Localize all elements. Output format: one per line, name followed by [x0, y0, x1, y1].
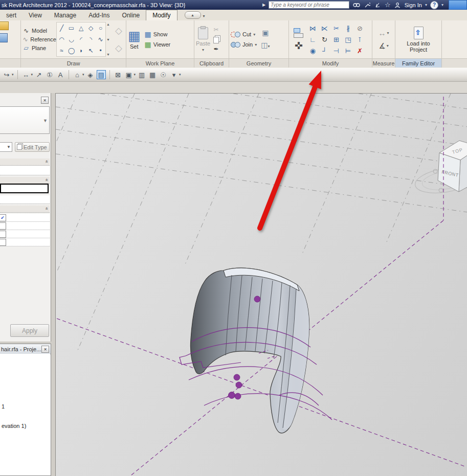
pick-lines-icon[interactable]: ↖ [86, 45, 96, 56]
mirror-draw-axis-icon[interactable]: ⋉ [319, 22, 330, 34]
tab-manage[interactable]: Manage [48, 10, 82, 20]
draw-plane-button[interactable]: ▱ Plane [23, 44, 56, 52]
parameter-value-row[interactable] [0, 166, 50, 175]
copy-icon[interactable]: ◉ [307, 45, 319, 56]
project-browser-titlebar[interactable]: hair.rfa - Proje... ✕ [0, 344, 51, 354]
palette-viewport-divider[interactable] [51, 93, 55, 476]
collapse-chevron-icon[interactable]: » [43, 207, 49, 210]
viewport-3d[interactable]: TOP FRONT [55, 93, 467, 476]
palette-close-icon[interactable]: ✕ [41, 97, 49, 104]
subscription-icon[interactable] [363, 1, 371, 9]
default-3d-view-icon[interactable]: ⌂ [73, 70, 82, 79]
parameter-group-header[interactable]: » [0, 206, 50, 213]
search-icon[interactable] [352, 1, 360, 9]
properties-filter-dropdown[interactable]: ▼ [0, 142, 12, 152]
match-type-icon[interactable]: ✒ [214, 46, 219, 53]
trim-extend-single-icon[interactable]: ⊣ [330, 45, 342, 56]
panel-label-geometry[interactable]: Geometry [229, 58, 288, 67]
split-element-icon[interactable]: ✂ [330, 22, 342, 34]
surface-tool-icon-top[interactable]: ◇ [112, 23, 125, 38]
measure-angle-dropdown-icon[interactable]: ▾ [387, 43, 389, 48]
sign-in-button[interactable]: Sign In [405, 2, 422, 8]
center-ends-arc-icon[interactable]: ◡ [66, 34, 76, 45]
surface-tool-icon-bottom[interactable]: ◇ [112, 40, 125, 56]
close-hidden-windows-icon[interactable]: ⊠ [114, 70, 123, 79]
favorites-icon[interactable]: ☆ [385, 2, 391, 8]
collapse-chevron-icon[interactable]: » [43, 178, 49, 181]
delete-icon[interactable]: ✗ [354, 45, 366, 56]
partial-ellipse-icon[interactable]: ◗ [76, 45, 86, 56]
render-icon[interactable]: ☉ [159, 70, 168, 79]
set-work-plane-button[interactable]: ▦ Set [128, 29, 141, 50]
browser-tree-item[interactable]: 1 [0, 403, 5, 410]
line-icon[interactable]: ╱ [57, 22, 66, 34]
reference-point[interactable] [234, 374, 240, 380]
rotate-icon[interactable]: ↻ [319, 34, 330, 45]
pin-icon[interactable]: ⊺ [354, 34, 366, 45]
measure-between-refs-button[interactable]: ↔ ▾ [378, 29, 389, 37]
split-with-gap-icon[interactable]: ∦ [342, 22, 354, 34]
start-end-radius-arc-icon[interactable]: ◝ [86, 34, 96, 45]
visibility-graphics-icon[interactable]: ▤ [97, 70, 106, 79]
tab-modify[interactable]: Modify [146, 10, 177, 20]
trim-extend-multiple-icon[interactable]: ⊨ [342, 45, 354, 56]
show-mass-icon[interactable]: ▦ [148, 70, 157, 79]
panel-display-toggle-button[interactable]: ▲ [185, 11, 201, 19]
scroll-down-icon[interactable]: ▼ [106, 38, 110, 41]
draw-reference-button[interactable]: ∿ Reference [23, 36, 56, 43]
paste-button[interactable]: Paste ▾ [196, 27, 210, 52]
project-browser-close-icon[interactable]: ✕ [41, 346, 49, 353]
join-geometry-button[interactable]: Join ▾ [231, 41, 257, 48]
tab-view[interactable]: View [23, 10, 48, 20]
circumscribed-polygon-icon[interactable]: ◇ [86, 22, 96, 34]
search-input[interactable] [269, 1, 349, 9]
cut-dropdown-icon[interactable]: ▾ [253, 32, 255, 37]
join-dropdown-icon[interactable]: ▾ [255, 42, 257, 47]
reference-point[interactable] [235, 393, 241, 399]
circle-icon[interactable]: ○ [96, 22, 105, 34]
selected-parameter-field[interactable] [0, 184, 49, 193]
browser-tree-item[interactable]: evation 1) [0, 423, 26, 429]
array-icon[interactable]: ⊞ [330, 34, 342, 45]
scroll-up-icon[interactable]: ▲ [106, 22, 110, 26]
section-icon[interactable]: ◈ [86, 70, 95, 79]
parameter-checkbox[interactable] [0, 231, 6, 238]
edit-type-button[interactable]: Edit Type [15, 142, 50, 152]
draw-model-button[interactable]: ∿ Model [23, 27, 56, 34]
parameter-group-header[interactable]: » [0, 158, 50, 166]
reference-point[interactable] [229, 392, 235, 399]
family-category-icon[interactable] [0, 21, 9, 30]
parameter-checkbox[interactable]: ✔ [0, 214, 6, 221]
tangent-end-arc-icon[interactable]: ◜ [76, 34, 86, 45]
parameter-group-header[interactable]: » [0, 177, 50, 184]
reference-point[interactable] [254, 296, 260, 302]
switch-windows-dropdown-icon[interactable]: ▾ [134, 73, 136, 77]
measure-angle-button[interactable]: ∡ ▾ [379, 41, 388, 51]
unpin-icon[interactable]: ⊘ [354, 22, 366, 34]
load-into-project-button[interactable]: ⇧ Load into Project [397, 27, 440, 53]
scale-icon[interactable]: ◳ [342, 34, 354, 45]
redo-dropdown-icon[interactable]: ▾ [12, 73, 14, 77]
switch-windows-icon[interactable]: ▣ [124, 70, 134, 79]
linked-geometry-dropdown-icon[interactable]: ▾ [268, 44, 270, 49]
tag-icon[interactable]: ① [45, 70, 54, 79]
tab-addins[interactable]: Add-Ins [82, 10, 116, 20]
parameter-checkbox[interactable] [0, 239, 6, 246]
tab-sert[interactable]: sert [0, 10, 23, 20]
collapse-chevron-icon[interactable]: » [43, 160, 49, 163]
panel-label-draw[interactable]: Draw [21, 58, 126, 67]
cut-to-clipboard-icon[interactable]: ✂ [214, 26, 219, 33]
measure-dropdown-icon[interactable]: ▾ [31, 73, 33, 77]
parameter-checkbox[interactable] [0, 222, 6, 230]
measure-dropdown-icon[interactable]: ▾ [387, 31, 389, 35]
spline-through-points-icon[interactable]: ≈ [57, 45, 66, 56]
infocenter-expand-icon[interactable]: ▶ [262, 3, 265, 7]
show-work-plane-button[interactable]: ▦ Show [145, 31, 171, 38]
apply-button[interactable]: Apply [10, 324, 49, 337]
customize-icon[interactable]: ▾ [169, 70, 179, 79]
panel-label-family-editor[interactable]: Family Editor [395, 58, 441, 67]
panel-display-dropdown-icon[interactable]: ▾ [203, 14, 205, 18]
move-icon[interactable]: ✜ [295, 41, 303, 51]
aligned-dimension-icon[interactable]: ↗ [34, 70, 43, 79]
solid-box-icon[interactable]: ▣ [262, 29, 269, 36]
